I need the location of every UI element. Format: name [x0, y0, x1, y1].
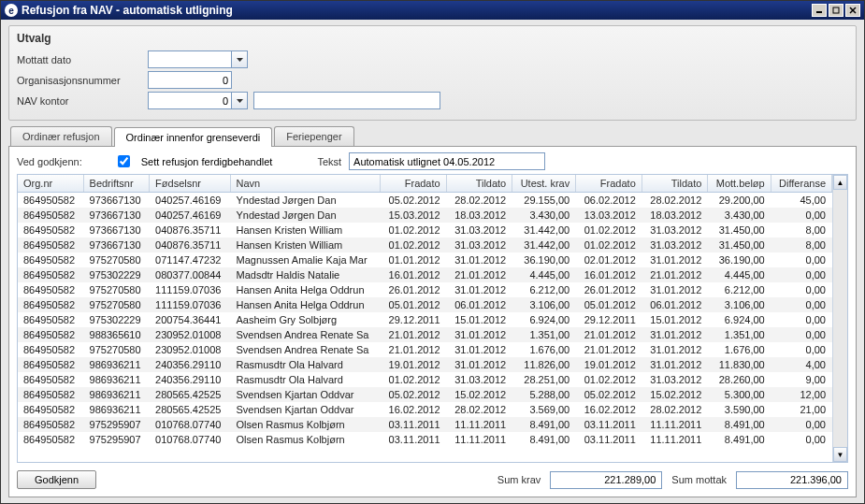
cell: 111159.07036 — [150, 282, 230, 297]
close-button[interactable] — [845, 4, 860, 17]
cell: 111159.07036 — [150, 297, 230, 312]
cell: Olsen Rasmus Kolbjørn — [230, 417, 381, 432]
cell: Olsen Rasmus Kolbjørn — [230, 432, 381, 447]
cell: 18.03.2012 — [446, 208, 512, 223]
table-row[interactable]: 864950582986936211280565.42525Svendsen K… — [18, 387, 832, 402]
col-tildato2[interactable]: Tildato — [642, 175, 708, 193]
vertical-scrollbar[interactable]: ▲ ▼ — [832, 175, 847, 462]
ferdigbehandlet-checkbox[interactable] — [118, 155, 130, 167]
cell: 31.01.2012 — [446, 342, 512, 357]
col-orgnr[interactable]: Org.nr — [18, 175, 83, 193]
cell: 21.01.2012 — [446, 267, 512, 282]
cell: 1.351,00 — [708, 327, 771, 342]
col-fradato1[interactable]: Fradato — [381, 175, 447, 193]
cell: 864950582 — [18, 238, 83, 252]
table-row[interactable]: 864950582975295907010768.07740Olsen Rasm… — [18, 417, 832, 432]
col-tildato1[interactable]: Tildato — [446, 175, 512, 193]
cell: 0,00 — [771, 312, 831, 327]
sum-mottak-value: 221.396,00 — [736, 471, 848, 489]
cell: 0,00 — [771, 297, 831, 312]
cell: 21.01.2012 — [576, 342, 642, 357]
cell: 28.02.2012 — [446, 402, 512, 417]
table-row[interactable]: 864950582986936211280565.42525Svendsen K… — [18, 402, 832, 417]
table-row[interactable]: 864950582975270580111159.07036Hansen Ani… — [18, 297, 832, 312]
tab-ordinaer-grenseverdi[interactable]: Ordinær innenfor grenseverdi — [114, 127, 273, 147]
navkontor-input[interactable] — [148, 92, 232, 109]
cell: 06.01.2012 — [642, 297, 708, 312]
cell: 0,00 — [771, 252, 831, 267]
col-navn[interactable]: Navn — [230, 175, 381, 193]
tab-ordinaer-refusjon[interactable]: Ordinær refusjon — [10, 126, 112, 146]
cell: 864950582 — [18, 402, 83, 417]
cell: Hansen Kristen William — [230, 223, 381, 238]
cell: 29.12.2011 — [576, 312, 642, 327]
mottatt-dato-input[interactable] — [148, 50, 232, 68]
scroll-down-icon[interactable]: ▼ — [833, 447, 847, 462]
cell: Svendsen Kjartan Oddvar — [230, 402, 381, 417]
cell: 15.01.2012 — [642, 312, 708, 327]
col-utest-krav[interactable]: Utest. krav — [512, 175, 576, 193]
cell: 8.491,00 — [708, 417, 771, 432]
navkontor-dropdown[interactable] — [232, 92, 248, 109]
tab-bar: Ordinær refusjon Ordinær innenfor grense… — [8, 126, 857, 146]
scroll-up-icon[interactable]: ▲ — [833, 175, 847, 190]
minimize-button[interactable] — [812, 4, 827, 17]
navkontor-text[interactable] — [253, 92, 440, 109]
col-mott-belop[interactable]: Mott.beløp — [708, 175, 771, 193]
cell: 21.01.2012 — [642, 267, 708, 282]
app-icon: e — [5, 4, 18, 17]
table-row[interactable]: 864950582986936211240356.29110Rasmusdtr … — [18, 372, 832, 387]
maximize-button[interactable] — [829, 4, 843, 17]
table-row[interactable]: 864950582975302229080377.00844Madsdtr Ha… — [18, 267, 832, 282]
orgnr-input[interactable] — [148, 71, 232, 89]
cell: 01.02.2012 — [381, 372, 447, 387]
table-row[interactable]: 864950582975270580071147.47232Magnussen … — [18, 252, 832, 267]
col-fodselsnr[interactable]: Fødselsnr — [150, 175, 230, 193]
tab-feriepenger[interactable]: Feriepenger — [274, 126, 353, 146]
cell: 26.01.2012 — [576, 282, 642, 297]
cell: 3.106,00 — [512, 297, 576, 312]
table-row[interactable]: 864950582973667130040257.46169Yndestad J… — [18, 193, 832, 209]
cell: Rasmusdtr Ola Halvard — [230, 372, 381, 387]
cell: 3.569,00 — [512, 402, 576, 417]
window-title: Refusjon fra NAV - automatisk utligning — [22, 4, 233, 17]
table-row[interactable]: 864950582973667130040876.35711Hansen Kri… — [18, 223, 832, 238]
table-row[interactable]: 864950582975270580230952.01008Svendsen A… — [18, 342, 832, 357]
table-row[interactable]: 864950582975270580111159.07036Hansen Ani… — [18, 282, 832, 297]
ferdigbehandlet-label: Sett refusjon ferdigbehandlet — [141, 156, 273, 167]
cell: 01.02.2012 — [381, 223, 447, 238]
table-row[interactable]: 864950582986936211240356.29110Rasmusdtr … — [18, 357, 832, 372]
cell: 986936211 — [83, 387, 150, 402]
cell: 010768.07740 — [150, 432, 230, 447]
cell: Yndestad Jørgen Dan — [230, 193, 381, 209]
cell: 31.03.2012 — [642, 238, 708, 252]
table-row[interactable]: 864950582975302229200754.36441Aasheim Gr… — [18, 312, 832, 327]
cell: 31.03.2012 — [642, 372, 708, 387]
utvalg-legend: Utvalg — [17, 32, 848, 45]
cell: Svendsen Andrea Renate Sa — [230, 327, 381, 342]
cell: 31.03.2012 — [446, 238, 512, 252]
cell: 8,00 — [771, 223, 831, 238]
cell: 28.02.2012 — [446, 193, 512, 209]
table-row[interactable]: 864950582988365610230952.01008Svendsen A… — [18, 327, 832, 342]
cell: 4,00 — [771, 357, 831, 372]
tekst-input[interactable] — [349, 152, 545, 170]
godkjenn-button[interactable]: Godkjenn — [17, 470, 96, 489]
mottatt-dato-dropdown[interactable] — [232, 50, 248, 68]
cell: 03.11.2011 — [381, 432, 447, 447]
cell: 975295907 — [83, 432, 150, 447]
table-row[interactable]: 864950582973667130040876.35711Hansen Kri… — [18, 238, 832, 252]
navkontor-label: NAV kontor — [17, 95, 148, 107]
cell: 31.442,00 — [512, 238, 576, 252]
cell: 05.02.2012 — [381, 387, 447, 402]
col-bedriftsnr[interactable]: Bedriftsnr — [83, 175, 150, 193]
cell: 864950582 — [18, 357, 83, 372]
cell: 31.01.2012 — [642, 282, 708, 297]
table-row[interactable]: 864950582973667130040257.46169Yndestad J… — [18, 208, 832, 223]
col-differanse[interactable]: Differanse — [771, 175, 831, 193]
cell: 864950582 — [18, 193, 83, 209]
cell: 280565.42525 — [150, 402, 230, 417]
table-row[interactable]: 864950582975295907010768.07740Olsen Rasm… — [18, 432, 832, 447]
col-fradato2[interactable]: Fradato — [576, 175, 642, 193]
cell: 36.190,00 — [512, 252, 576, 267]
